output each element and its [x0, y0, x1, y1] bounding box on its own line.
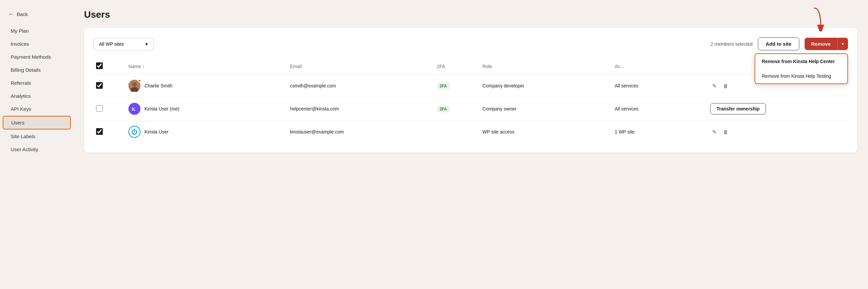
user-name: Kinsta User (me)	[145, 106, 180, 112]
sidebar-item-site-labels[interactable]: Site Labels	[3, 130, 71, 143]
avatar: K	[128, 103, 141, 115]
sidebar-item-referrals[interactable]: Referrals	[3, 77, 71, 89]
row-checkbox-kinsta-user-me[interactable]	[96, 105, 103, 112]
user-role: Company developer	[480, 75, 612, 97]
toolbar: All WP sites ▾ 2 members selected Add to…	[93, 37, 848, 50]
user-access: All services	[612, 97, 708, 120]
table-row: Kinsta Userkinstauser@example.comWP site…	[93, 120, 848, 144]
sidebar-item-users[interactable]: Users	[3, 116, 71, 129]
sidebar-item-user-activity[interactable]: User Activity	[3, 143, 71, 155]
svg-point-2	[132, 82, 137, 87]
dropdown-item-remove-kinsta-help-center[interactable]: Remove from Kinsta Help Center	[755, 54, 847, 69]
site-filter-dropdown[interactable]: All WP sites ▾	[93, 38, 153, 50]
user-email: kinstauser@example.com	[287, 120, 434, 144]
back-arrow-icon: ←	[8, 11, 14, 18]
table-row: Charlie Smithcsmith@example.com2FACompan…	[93, 75, 848, 97]
user-name: Charlie Smith	[145, 83, 173, 88]
col-header-email: Email	[290, 64, 302, 69]
users-table: Name ↑ Email 2FA Role Ac... Charlie Smit…	[93, 58, 848, 143]
back-button[interactable]: ← Back	[0, 8, 73, 24]
twofa-badge: 2FA	[437, 83, 450, 89]
edit-icon[interactable]: ✎	[710, 81, 718, 90]
sidebar-nav: My PlanInvoicesPayment MethodsBilling De…	[0, 24, 73, 156]
row-actions: ✎🗑	[710, 127, 843, 137]
col-header-role: Role	[483, 64, 492, 69]
user-role: WP site access	[480, 120, 612, 144]
col-header-2fa: 2FA	[437, 64, 445, 69]
svg-text:K: K	[132, 107, 135, 112]
avatar	[128, 80, 141, 92]
select-all-checkbox[interactable]	[96, 62, 103, 69]
table-header: Name ↑ Email 2FA Role Ac...	[93, 58, 848, 75]
sidebar: ← Back My PlanInvoicesPayment MethodsBil…	[0, 0, 73, 289]
user-access: All services	[612, 75, 708, 97]
add-to-site-button[interactable]: Add to site	[758, 37, 799, 50]
edit-icon[interactable]: ✎	[710, 127, 718, 137]
members-selected-label: 2 members selected	[711, 41, 752, 47]
user-role: Company owner	[480, 97, 612, 120]
delete-icon[interactable]: 🗑	[721, 82, 730, 90]
row-checkbox-charlie-smith[interactable]	[96, 82, 103, 89]
twofa-badge: 2FA	[437, 106, 450, 112]
row-checkbox-kinsta-user[interactable]	[96, 128, 103, 135]
col-header-access: Ac...	[615, 64, 624, 69]
page-title: Users	[84, 9, 857, 20]
sidebar-item-analytics[interactable]: Analytics	[3, 90, 71, 102]
remove-dropdown-menu: Remove from Kinsta Help CenterRemove fro…	[754, 53, 848, 84]
user-access: 1 WP site	[612, 120, 708, 144]
toolbar-right: 2 members selected Add to site Remove ▾ …	[711, 37, 848, 50]
user-info: Charlie Smith	[128, 80, 282, 92]
col-header-name: Name ↑	[128, 64, 145, 69]
user-info: KKinsta User (me)	[128, 103, 282, 115]
user-info: Kinsta User	[128, 126, 282, 138]
back-label: Back	[17, 11, 28, 17]
user-email: helpcenter@kinsta.com	[287, 97, 434, 120]
remove-button-group: Remove ▾	[805, 38, 848, 50]
sidebar-item-my-plan[interactable]: My Plan	[3, 25, 71, 37]
main-content: Users All WP sites ▾ 2 members selected	[73, 0, 868, 289]
user-name: Kinsta User	[145, 129, 168, 135]
user-email: csmith@example.com	[287, 75, 434, 97]
remove-button[interactable]: Remove	[805, 38, 837, 50]
delete-icon[interactable]: 🗑	[721, 128, 730, 136]
content-card: All WP sites ▾ 2 members selected Add to…	[84, 28, 857, 152]
sidebar-item-invoices[interactable]: Invoices	[3, 38, 71, 50]
dropdown-item-remove-kinsta-help-testing[interactable]: Remove from Kinsta Help Testing	[755, 69, 847, 83]
users-table-body: Charlie Smithcsmith@example.com2FACompan…	[93, 75, 848, 144]
filter-label: All WP sites	[99, 41, 124, 47]
transfer-ownership-button[interactable]: Transfer ownership	[710, 103, 766, 114]
sidebar-item-api-keys[interactable]: API Keys	[3, 103, 71, 115]
table-row: KKinsta User (me)helpcenter@kinsta.com2F…	[93, 97, 848, 120]
chevron-down-icon: ▾	[146, 41, 148, 47]
sidebar-item-billing-details[interactable]: Billing Details	[3, 64, 71, 76]
notification-dot	[138, 79, 141, 82]
chevron-down-icon: ▾	[842, 41, 844, 47]
row-actions: Transfer ownership	[710, 103, 843, 114]
sidebar-item-payment-methods[interactable]: Payment Methods	[3, 51, 71, 63]
remove-dropdown-toggle[interactable]: ▾	[837, 38, 848, 50]
avatar	[128, 126, 141, 138]
